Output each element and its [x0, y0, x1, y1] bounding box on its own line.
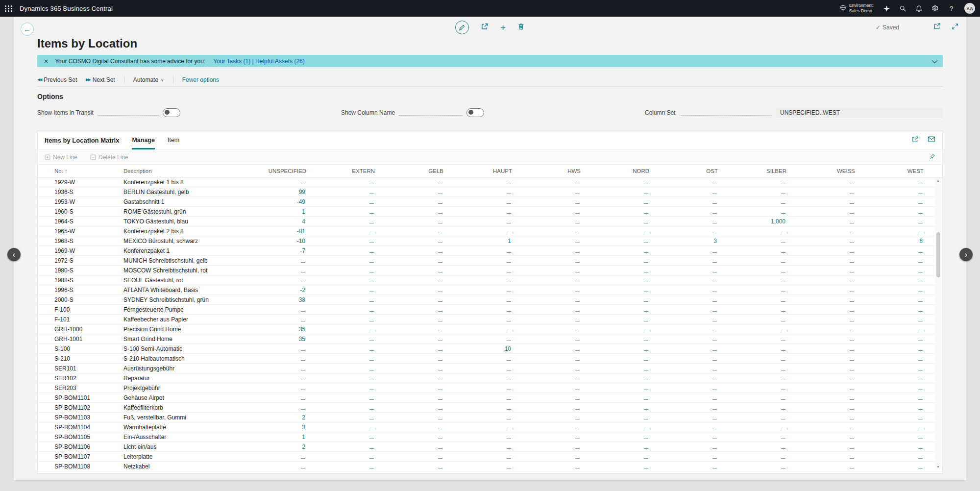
cell-quantity[interactable] [649, 287, 718, 294]
cell-description[interactable]: S-210 Halbautomatisch [123, 355, 238, 362]
empty-quantity-link[interactable] [644, 298, 648, 302]
empty-quantity-link[interactable] [781, 347, 785, 351]
empty-quantity-link[interactable] [369, 465, 374, 468]
empty-quantity-link[interactable] [301, 406, 305, 410]
empty-quantity-link[interactable] [644, 435, 648, 439]
empty-quantity-link[interactable] [918, 367, 923, 370]
empty-quantity-link[interactable] [712, 249, 717, 253]
empty-quantity-link[interactable] [781, 249, 785, 253]
cell-quantity[interactable] [581, 463, 649, 470]
quantity-link[interactable]: -81 [297, 228, 305, 235]
table-row[interactable]: SP-BOM1103Fuß, verstellbar, Gummi2 [38, 413, 942, 422]
quantity-link[interactable]: 1 [302, 208, 305, 215]
empty-quantity-link[interactable] [850, 229, 854, 233]
cell-quantity[interactable] [786, 287, 855, 294]
empty-quantity-link[interactable] [438, 435, 442, 439]
empty-quantity-link[interactable] [301, 357, 305, 361]
cell-quantity[interactable] [512, 257, 581, 264]
table-row[interactable]: S-100S-100 Semi-Automatic10 [38, 344, 942, 354]
copilot-icon[interactable] [879, 0, 895, 17]
empty-quantity-link[interactable] [850, 180, 854, 184]
cell-quantity[interactable] [649, 434, 718, 441]
cell-quantity[interactable] [581, 287, 649, 294]
empty-quantity-link[interactable] [438, 416, 442, 419]
cell-quantity[interactable] [786, 326, 855, 333]
empty-quantity-link[interactable] [575, 180, 580, 184]
open-in-window-icon[interactable] [933, 23, 941, 32]
cell-description[interactable]: Gehäuse Airpot [123, 394, 238, 401]
cell-quantity[interactable] [786, 267, 855, 274]
empty-quantity-link[interactable] [850, 278, 854, 282]
empty-quantity-link[interactable] [369, 416, 374, 419]
cell-quantity[interactable] [306, 306, 375, 313]
cell-quantity[interactable] [855, 463, 924, 470]
empty-quantity-link[interactable] [575, 396, 580, 400]
cell-quantity[interactable] [375, 424, 443, 431]
empty-quantity-link[interactable] [712, 210, 717, 214]
cell-quantity[interactable] [786, 424, 855, 431]
empty-quantity-link[interactable] [369, 327, 374, 331]
empty-quantity-link[interactable] [712, 278, 717, 282]
empty-quantity-link[interactable] [712, 416, 717, 419]
table-row[interactable]: 1969-WKonferenzpaket 1-7 [38, 246, 942, 256]
cell-quantity[interactable] [443, 375, 512, 382]
cell-quantity[interactable] [786, 208, 855, 215]
cell-description[interactable]: Precision Grind Home [123, 326, 238, 333]
empty-quantity-link[interactable] [575, 367, 580, 370]
cell-quantity[interactable] [649, 443, 718, 450]
empty-quantity-link[interactable] [850, 318, 854, 321]
empty-quantity-link[interactable] [918, 210, 923, 214]
search-icon[interactable] [895, 0, 911, 17]
cell-quantity[interactable] [718, 345, 786, 352]
cell-quantity[interactable] [718, 296, 786, 303]
cell-quantity[interactable] [238, 453, 306, 460]
cell-item-no[interactable]: SP-BOM1104 [54, 424, 123, 431]
cell-quantity[interactable] [718, 424, 786, 431]
empty-quantity-link[interactable] [918, 445, 923, 449]
empty-quantity-link[interactable] [712, 308, 717, 312]
cell-quantity[interactable] [443, 404, 512, 411]
cell-item-no[interactable]: 1980-S [54, 267, 123, 274]
empty-quantity-link[interactable] [781, 327, 785, 331]
cell-quantity[interactable] [512, 345, 581, 352]
empty-quantity-link[interactable] [369, 386, 374, 390]
empty-quantity-link[interactable] [301, 465, 305, 468]
automate-menu[interactable]: Automate ∨ [133, 76, 164, 83]
empty-quantity-link[interactable] [850, 239, 854, 243]
empty-quantity-link[interactable] [781, 386, 785, 390]
cell-quantity[interactable] [855, 355, 924, 362]
empty-quantity-link[interactable] [918, 347, 923, 351]
empty-quantity-link[interactable] [369, 298, 374, 302]
empty-quantity-link[interactable] [712, 465, 717, 468]
cell-quantity[interactable] [375, 434, 443, 441]
empty-quantity-link[interactable] [644, 386, 648, 390]
cell-item-no[interactable]: S-100 [54, 345, 123, 352]
previous-set-button[interactable]: ◀◀ Previous Set [37, 76, 77, 83]
cell-quantity[interactable] [718, 375, 786, 382]
cell-quantity[interactable] [306, 247, 375, 254]
empty-quantity-link[interactable] [781, 416, 785, 419]
cell-quantity[interactable] [855, 296, 924, 303]
close-icon[interactable]: × [44, 57, 48, 65]
empty-quantity-link[interactable] [438, 308, 442, 312]
cell-quantity[interactable] [238, 355, 306, 362]
cell-item-no[interactable]: GRH-1001 [54, 336, 123, 343]
show-column-name-toggle[interactable] [466, 108, 484, 117]
cell-quantity[interactable] [718, 257, 786, 264]
cell-quantity[interactable] [581, 434, 649, 441]
notifications-icon[interactable] [911, 0, 927, 17]
empty-quantity-link[interactable] [369, 190, 374, 194]
cell-item-no[interactable]: 1969-W [54, 247, 123, 254]
cell-quantity[interactable] [718, 287, 786, 294]
empty-quantity-link[interactable] [781, 425, 785, 429]
empty-quantity-link[interactable] [781, 210, 785, 214]
empty-quantity-link[interactable] [918, 376, 923, 380]
cell-quantity[interactable] [238, 179, 306, 186]
cell-quantity[interactable] [306, 218, 375, 225]
cell-quantity[interactable] [718, 463, 786, 470]
empty-quantity-link[interactable] [644, 190, 648, 194]
quantity-link[interactable]: 1 [508, 238, 511, 245]
cell-quantity[interactable] [649, 296, 718, 303]
cell-description[interactable]: Licht ein/aus [123, 443, 238, 450]
empty-quantity-link[interactable] [507, 327, 511, 331]
